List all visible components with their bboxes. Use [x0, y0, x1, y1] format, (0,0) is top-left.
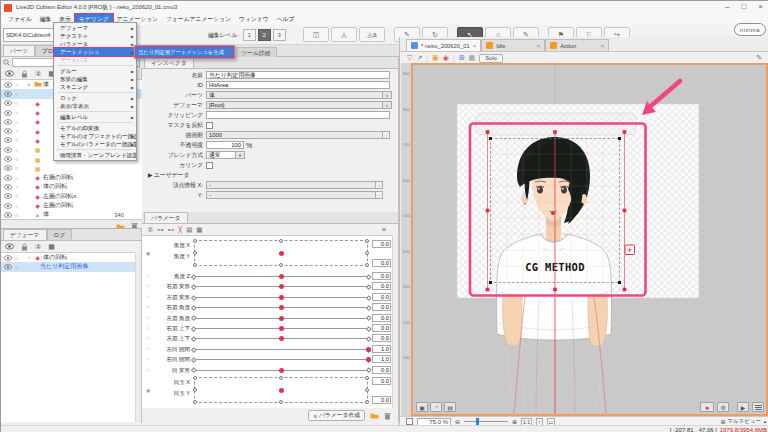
parts-tree-row[interactable]: ○▦ [1, 164, 142, 173]
zoom-checkbox[interactable] [406, 418, 413, 425]
id-input[interactable]: HitArea [206, 81, 390, 89]
parameter-slider[interactable] [194, 359, 368, 360]
pad-handle[interactable] [365, 376, 369, 380]
minimize-button[interactable]: – [725, 2, 729, 11]
settings-gear-icon[interactable]: ⚙ [717, 402, 729, 412]
menu-item-6[interactable]: グルー▶ [54, 67, 136, 75]
menu-item-17[interactable]: モデルのパラメータの一括設定▶ [54, 140, 136, 148]
parameter-value[interactable]: 0.0 [372, 314, 391, 322]
slider-thumb[interactable] [279, 368, 284, 373]
visibility-eye-icon[interactable] [4, 175, 15, 181]
lock-circle-icon[interactable]: ○ [15, 184, 27, 190]
parameter-2d-pad[interactable] [194, 240, 368, 266]
close-button[interactable]: × [758, 2, 763, 11]
menu-item-16[interactable]: モデルのオブジェクトの一括設定▶ [54, 132, 136, 140]
tab-parts[interactable]: パーツ [3, 45, 35, 56]
pad-handle[interactable] [365, 239, 369, 243]
menu-item-11[interactable]: 表示/非表示▶ [54, 102, 136, 110]
param-icon-3[interactable]: ╳ [178, 226, 182, 234]
lock-circle-icon[interactable]: ○ [15, 255, 27, 261]
deformer-tree-row[interactable]: ○当たり判定用画像 [1, 262, 136, 271]
dropdown-arrow-icon[interactable]: ∨ [383, 91, 392, 99]
parameter-value[interactable]: 0.0 [372, 366, 391, 374]
param-icon-2[interactable]: ⊷ [168, 226, 175, 234]
dropdown-arrow-icon[interactable]: ▼ [236, 151, 245, 159]
pad-handle[interactable] [365, 263, 369, 267]
record-button[interactable]: ● [700, 402, 714, 412]
menu-item-13[interactable]: 編集レベル▶ [54, 113, 136, 121]
lock-circle-icon[interactable]: ○ [15, 193, 27, 199]
zoom-slider[interactable] [464, 421, 508, 422]
multiview-label[interactable]: マルチビュー [727, 418, 761, 425]
zoom-in-icon[interactable]: ⊕ [512, 418, 517, 425]
deformer-scrollbar[interactable] [135, 252, 141, 422]
model-grid-icon[interactable]: ◫ [303, 27, 329, 42]
slider-thumb[interactable] [279, 305, 284, 310]
menu-item-8[interactable]: スキニング▶ [54, 83, 136, 91]
tab-close-icon[interactable]: × [601, 43, 605, 49]
parameter-value[interactable]: 1.0 [372, 345, 391, 353]
pad-handle[interactable] [193, 376, 197, 380]
parameter-slider[interactable] [194, 297, 368, 298]
edit-level-2[interactable]: 2 [258, 29, 271, 41]
visibility-eye-icon[interactable] [4, 203, 15, 209]
zoom-out-icon[interactable]: ⊖ [455, 418, 460, 425]
visibility-eye-icon[interactable] [4, 212, 15, 218]
pad-handle[interactable] [193, 400, 197, 404]
canvas-viewport[interactable]: CG METHOD [411, 63, 768, 416]
visibility-eye-icon[interactable] [4, 119, 15, 125]
nizima-logo[interactable]: nizima [734, 23, 766, 36]
parameter-value[interactable]: 0.0 [372, 396, 391, 404]
pad-handle[interactable] [279, 239, 283, 243]
pad-handle[interactable] [279, 400, 283, 404]
lock-circle-icon[interactable]: ○ [15, 175, 27, 181]
solo-button[interactable]: Solo [479, 54, 503, 63]
deformer-tree-row[interactable]: ○＞◆体の回転 [1, 253, 136, 262]
parts-select[interactable]: 体 [206, 91, 383, 99]
arrow-tool-icon[interactable]: ↗ [416, 54, 422, 62]
visibility-eye-icon[interactable] [4, 156, 15, 162]
visibility-eye-icon[interactable] [4, 100, 15, 106]
param-icon-5[interactable]: ▦ [196, 226, 202, 234]
vertex-y-input[interactable]: - [206, 191, 376, 199]
menu-item-1[interactable]: テクスチャ▶ [54, 32, 136, 40]
pad-center-handle[interactable] [279, 251, 284, 256]
slider-thumb[interactable] [366, 347, 371, 352]
blend-select[interactable]: 通常 [206, 151, 236, 159]
spinner-buttons[interactable]: ↕ [383, 131, 390, 139]
keyform-icon[interactable]: ▣ [432, 54, 439, 62]
grid-icon[interactable]: ▦ [48, 243, 55, 251]
visibility-eye-icon[interactable] [4, 128, 15, 134]
parameter-2d-pad[interactable] [194, 377, 368, 403]
play-button[interactable]: ▶ [737, 402, 749, 412]
maximize-button[interactable]: □ [741, 2, 746, 11]
pad-center-handle[interactable] [279, 388, 284, 393]
tab-close-icon[interactable]: × [473, 43, 477, 49]
create-parameter-button[interactable]: ≡パラメータ作成 [308, 410, 365, 421]
name-input[interactable]: 当たり判定用画像 [206, 71, 390, 79]
menu-item-3[interactable]: アートメッシュ▶ [54, 48, 136, 56]
pad-handle[interactable] [365, 388, 369, 392]
list-icon[interactable] [752, 402, 764, 412]
parts-tree-row[interactable]: ○▲体340 [1, 210, 142, 219]
mask-invert-checkbox[interactable] [206, 122, 213, 129]
slider-thumb[interactable] [279, 295, 284, 300]
mesh-auto-icon[interactable]: ◬a [359, 27, 385, 42]
multiview-grid-icon[interactable]: ⊞ [721, 419, 726, 425]
capture-icon[interactable]: ▤ [444, 402, 456, 412]
param-icon-1[interactable]: ⊶ [157, 226, 164, 234]
edit-level-1[interactable]: 1 [243, 29, 256, 41]
eye-icon[interactable] [5, 243, 14, 250]
menu-item-0[interactable]: デフォーマ▶ [54, 24, 136, 32]
menu-item-10[interactable]: ロック▶ [54, 94, 136, 102]
menu-item-generate-hitarea[interactable]: 当たり判定用アートメッシュを生成 [136, 47, 233, 57]
pad-handle[interactable] [193, 388, 197, 392]
lock-circle-icon[interactable]: ○ [15, 212, 27, 218]
visibility-eye-icon[interactable] [4, 165, 15, 171]
parameter-slider[interactable] [194, 307, 368, 308]
slider-thumb[interactable] [279, 316, 284, 321]
parameter-value[interactable]: 0.0 [372, 272, 391, 280]
onionskin-icon[interactable]: ◔ [430, 402, 442, 412]
lock-circle-icon[interactable]: ○ [15, 203, 27, 209]
parts-tree-row[interactable]: ○◆右腕の回転 [1, 173, 142, 182]
